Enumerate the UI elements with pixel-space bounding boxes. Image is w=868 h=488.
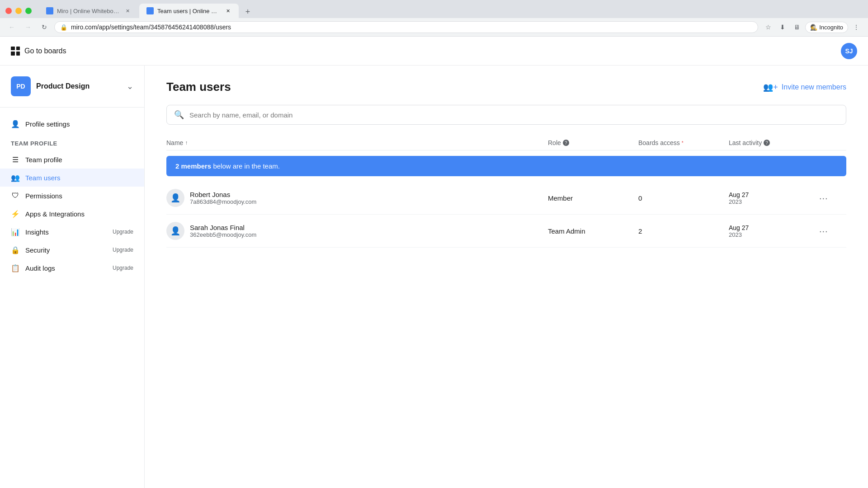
sidebar-item-audit-logs[interactable]: 📋 Audit logs Upgrade [0, 259, 144, 277]
col-header-name: Name ↑ [166, 139, 548, 146]
member-1-more-button[interactable]: ··· [819, 193, 846, 203]
main-layout: PD Product Design ⌄ 👤 Profile settings T… [0, 66, 868, 488]
member-1-avatar: 👤 [166, 189, 184, 207]
team-header: PD Product Design ⌄ [0, 76, 144, 107]
forward-button[interactable]: → [22, 21, 34, 33]
search-bar: 🔍 [166, 105, 846, 125]
table-header: Name ↑ Role ? Boards access * Last activ… [166, 136, 846, 150]
back-button[interactable]: ← [5, 21, 18, 33]
go-to-boards-link[interactable]: Go to boards [11, 47, 66, 56]
sidebar-item-profile-settings[interactable]: 👤 Profile settings [0, 115, 144, 133]
sort-icon[interactable]: ↑ [185, 140, 188, 146]
notice-text: below are in the team. [211, 162, 280, 170]
col-role-label: Role [548, 139, 561, 146]
member-2-activity-date: Aug 27 [729, 224, 819, 231]
member-2-role: Team Admin [548, 227, 638, 235]
member-1-details: Robert Jonas 7a863d84@moodjoy.com [190, 191, 256, 205]
apps-integrations-icon: ⚡ [11, 209, 20, 218]
sidebar-item-insights[interactable]: 📊 Insights Upgrade [0, 223, 144, 241]
member-2-more-button[interactable]: ··· [819, 226, 846, 236]
col-boards-label: Boards access [638, 139, 680, 146]
sidebar-item-audit-logs-label: Audit logs [25, 264, 55, 272]
member-1-role: Member [548, 194, 638, 202]
incognito-badge[interactable]: 🕵 Incognito [805, 22, 848, 33]
more-options-icon[interactable]: ⋮ [850, 21, 863, 33]
cast-icon[interactable]: 🖥 [791, 21, 803, 33]
col-header-activity: Last activity ? [729, 139, 819, 146]
reload-button[interactable]: ↻ [38, 21, 51, 33]
app-header: Go to boards SJ [0, 37, 868, 66]
member-1-activity-date: Aug 27 [729, 191, 819, 198]
member-row-2: 👤 Sarah Jonas Final 362eebb5@moodjoy.com… [166, 215, 846, 248]
sidebar-item-apps-integrations-label: Apps & Integrations [25, 210, 85, 218]
member-1-info: 👤 Robert Jonas 7a863d84@moodjoy.com [166, 189, 548, 207]
notice-count: 2 members [175, 162, 211, 170]
sidebar-item-team-profile[interactable]: ☰ Team profile [0, 150, 144, 169]
tab-2-label: Team users | Online Whiteboard ... [157, 8, 221, 14]
invite-new-members-button[interactable]: 👥+ Invite new members [763, 82, 846, 92]
member-2-info: 👤 Sarah Jonas Final 362eebb5@moodjoy.com [166, 222, 548, 240]
browser-window-controls [5, 8, 32, 14]
member-1-email: 7a863d84@moodjoy.com [190, 198, 256, 205]
window-close-btn[interactable] [5, 8, 12, 14]
member-2-email: 362eebb5@moodjoy.com [190, 231, 256, 238]
security-upgrade-badge: Upgrade [113, 247, 133, 253]
member-2-activity-year: 2023 [729, 231, 819, 238]
incognito-icon: 🕵 [810, 24, 817, 31]
sidebar-item-permissions[interactable]: 🛡 Permissions [0, 187, 144, 205]
col-header-role: Role ? [548, 139, 638, 146]
lock-icon: 🔒 [60, 24, 67, 31]
activity-info-icon[interactable]: ? [764, 140, 770, 146]
sidebar-item-security[interactable]: 🔒 Security Upgrade [0, 241, 144, 259]
member-1-activity: Aug 27 2023 [729, 191, 819, 205]
security-icon: 🔒 [11, 245, 20, 254]
bookmark-icon[interactable]: ☆ [762, 21, 774, 33]
browser-chrome: Miro | Online Whiteboard for Vis... ✕ Te… [0, 0, 868, 37]
grid-icon [11, 47, 20, 56]
search-icon: 🔍 [174, 110, 184, 120]
member-1-activity-year: 2023 [729, 198, 819, 205]
sidebar: PD Product Design ⌄ 👤 Profile settings T… [0, 66, 145, 488]
search-input[interactable] [189, 111, 839, 119]
new-tab-button[interactable]: + [241, 5, 254, 18]
window-maximize-btn[interactable] [25, 8, 32, 14]
col-name-label: Name [166, 139, 183, 146]
member-row-1: 👤 Robert Jonas 7a863d84@moodjoy.com Memb… [166, 182, 846, 215]
member-2-avatar: 👤 [166, 222, 184, 240]
team-avatar: PD [11, 76, 31, 96]
browser-tab-1[interactable]: Miro | Online Whiteboard for Vis... ✕ [39, 4, 138, 18]
sidebar-item-team-users[interactable]: 👥 Team users [0, 169, 144, 187]
tab-2-close[interactable]: ✕ [224, 7, 231, 14]
profile-settings-icon: 👤 [11, 119, 20, 128]
members-notice-bar: 2 members below are in the team. [166, 156, 846, 176]
browser-toolbar: ← → ↻ 🔒 miro.com/app/settings/team/34587… [0, 18, 868, 36]
member-2-activity: Aug 27 2023 [729, 224, 819, 238]
incognito-label: Incognito [819, 24, 843, 31]
content-header: Team users 👥+ Invite new members [166, 80, 846, 94]
member-2-details: Sarah Jonas Final 362eebb5@moodjoy.com [190, 224, 256, 238]
tab-1-favicon [46, 7, 53, 14]
member-2-boards: 2 [638, 227, 729, 235]
window-minimize-btn[interactable] [15, 8, 22, 14]
tab-1-close[interactable]: ✕ [124, 7, 131, 14]
sidebar-item-permissions-label: Permissions [25, 192, 62, 200]
col-header-boards: Boards access * [638, 139, 729, 146]
sidebar-item-apps-integrations[interactable]: ⚡ Apps & Integrations [0, 205, 144, 223]
team-dropdown-chevron[interactable]: ⌄ [127, 81, 133, 91]
url-text: miro.com/app/settings/team/3458764562414… [71, 23, 752, 31]
browser-tab-2[interactable]: Team users | Online Whiteboard ... ✕ [139, 4, 239, 18]
address-bar[interactable]: 🔒 miro.com/app/settings/team/34587645624… [54, 21, 758, 33]
go-to-boards-label: Go to boards [24, 47, 66, 55]
user-avatar[interactable]: SJ [841, 43, 857, 59]
team-profile-icon: ☰ [11, 155, 20, 164]
permissions-icon: 🛡 [11, 191, 20, 200]
download-icon[interactable]: ⬇ [776, 21, 789, 33]
audit-logs-upgrade-badge: Upgrade [113, 265, 133, 271]
profile-settings-label: Profile settings [25, 120, 70, 128]
col-activity-label: Last activity [729, 139, 762, 146]
sidebar-item-insights-label: Insights [25, 228, 49, 236]
sidebar-section-team-profile: Team profile [0, 133, 144, 150]
sidebar-item-team-profile-label: Team profile [25, 156, 62, 164]
tab-1-label: Miro | Online Whiteboard for Vis... [57, 8, 120, 14]
role-info-icon[interactable]: ? [563, 140, 569, 146]
